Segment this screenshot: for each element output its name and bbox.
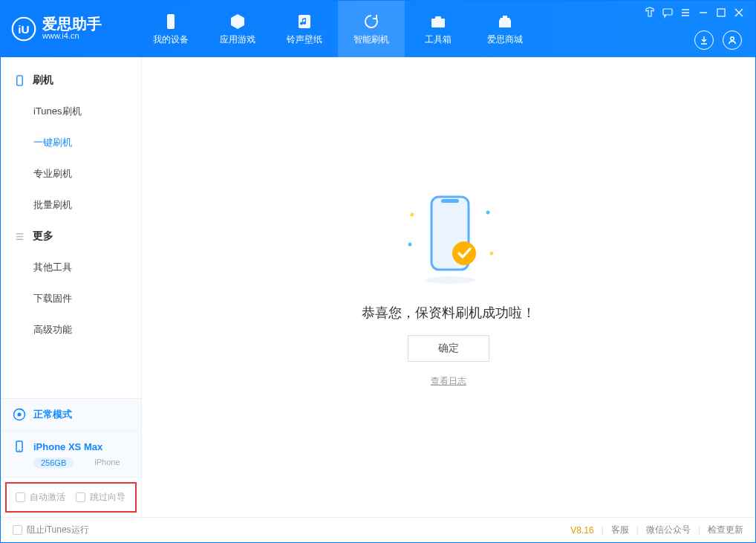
device-name: iPhone XS Max	[33, 441, 102, 452]
logo-icon: iU	[11, 16, 36, 42]
svg-text:iU: iU	[18, 23, 29, 36]
svg-rect-3	[299, 15, 310, 28]
svg-point-13	[19, 449, 20, 451]
activation-options: 自动激活 跳过向导	[5, 482, 137, 513]
device-type: iPhone	[94, 458, 120, 466]
svg-point-17	[490, 252, 494, 256]
block-itunes-checkbox[interactable]: 阻止iTunes运行	[13, 524, 89, 536]
view-log-link[interactable]: 查看日志	[431, 375, 466, 388]
svg-rect-7	[717, 9, 725, 16]
sidebar-group-flash: 刷机	[1, 65, 141, 96]
sidebar-item-other-tools[interactable]: 其他工具	[1, 252, 141, 283]
device-card[interactable]: iPhone XS Max 256GB iPhone	[1, 431, 141, 478]
sidebar-item-batch-flash[interactable]: 批量刷机	[1, 189, 141, 221]
footer-link-update[interactable]: 检查更新	[708, 524, 743, 536]
auto-activate-checkbox[interactable]: 自动激活	[16, 491, 65, 504]
nav-tab-store[interactable]: 爱思商城	[472, 1, 538, 57]
refresh-icon	[362, 13, 380, 30]
close-icon[interactable]	[733, 7, 745, 19]
phone-icon	[162, 13, 180, 30]
svg-rect-5	[435, 16, 441, 19]
sidebar-item-oneclick-flash[interactable]: 一键刷机	[1, 127, 141, 158]
success-illustration	[389, 186, 508, 290]
svg-rect-19	[441, 199, 459, 203]
svg-marker-15	[486, 210, 490, 215]
skin-icon[interactable]	[644, 7, 656, 19]
download-button[interactable]	[694, 30, 714, 50]
svg-rect-4	[431, 19, 445, 27]
account-button[interactable]	[723, 30, 742, 50]
nav-tab-flash[interactable]: 智能刷机	[338, 1, 405, 57]
mode-card[interactable]: 正常模式	[1, 399, 141, 431]
music-icon	[296, 13, 313, 30]
svg-rect-9	[17, 75, 23, 85]
device-storage: 256GB	[33, 458, 74, 468]
mode-icon	[13, 408, 26, 421]
device-icon	[13, 440, 26, 453]
svg-rect-2	[167, 14, 175, 29]
skip-guide-checkbox[interactable]: 跳过向导	[76, 491, 126, 504]
app-body: 刷机 iTunes刷机 一键刷机 专业刷机 批量刷机 更多 其他工具 下载固件 …	[1, 57, 755, 517]
window-controls	[644, 7, 745, 19]
svg-point-20	[452, 241, 476, 265]
mode-label: 正常模式	[33, 408, 72, 421]
footer-link-wechat[interactable]: 微信公众号	[646, 524, 691, 536]
sidebar-group-more: 更多	[1, 221, 141, 252]
app-header: iU 爱思助手 www.i4.cn 我的设备 应用游戏 铃声壁纸 智能刷机 工具…	[1, 1, 755, 57]
nav-tab-toolbox[interactable]: 工具箱	[405, 1, 472, 57]
menu-icon[interactable]	[680, 7, 691, 19]
store-icon	[496, 13, 514, 30]
list-icon	[14, 231, 25, 242]
checkbox-icon	[76, 492, 85, 502]
toolbox-icon	[429, 13, 447, 30]
success-message: 恭喜您，保资料刷机成功啦！	[362, 304, 535, 322]
app-url: www.i4.cn	[42, 31, 102, 41]
app-logo: iU 爱思助手 www.i4.cn	[11, 16, 137, 42]
sidebar-item-advanced[interactable]: 高级功能	[1, 314, 141, 345]
nav-tabs: 我的设备 应用游戏 铃声壁纸 智能刷机 工具箱 爱思商城	[137, 1, 538, 57]
footer-link-support[interactable]: 客服	[611, 524, 629, 536]
confirm-button[interactable]: 确定	[408, 335, 489, 362]
sidebar-item-itunes-flash[interactable]: iTunes刷机	[1, 96, 141, 127]
app-name: 爱思助手	[42, 16, 102, 31]
sidebar-nav: 刷机 iTunes刷机 一键刷机 专业刷机 批量刷机 更多 其他工具 下载固件 …	[1, 57, 141, 398]
nav-tab-device[interactable]: 我的设备	[137, 1, 204, 57]
main-content: 恭喜您，保资料刷机成功啦！ 确定 查看日志	[142, 57, 755, 517]
sidebar: 刷机 iTunes刷机 一键刷机 专业刷机 批量刷机 更多 其他工具 下载固件 …	[1, 57, 142, 517]
svg-point-21	[425, 276, 475, 284]
download-icon	[699, 35, 709, 45]
maximize-icon[interactable]	[715, 7, 727, 19]
svg-point-8	[731, 37, 734, 41]
status-bar: 阻止iTunes运行 V8.16 | 客服 | 微信公众号 | 检查更新	[1, 517, 755, 542]
user-icon	[727, 35, 737, 45]
sidebar-item-download-firmware[interactable]: 下载固件	[1, 283, 141, 314]
footer-right: V8.16 | 客服 | 微信公众号 | 检查更新	[570, 524, 743, 536]
minimize-icon[interactable]	[697, 7, 709, 19]
svg-rect-6	[663, 9, 672, 15]
cube-icon	[229, 13, 247, 30]
svg-point-16	[408, 243, 412, 247]
svg-point-11	[18, 413, 22, 417]
version-label: V8.16	[570, 525, 593, 536]
svg-marker-14	[410, 212, 414, 217]
nav-tab-apps[interactable]: 应用游戏	[204, 1, 271, 57]
header-actions	[694, 30, 742, 50]
phone-outline-icon	[14, 75, 25, 86]
sidebar-bottom: 正常模式 iPhone XS Max 256GB iPhone 自动激活 跳过向…	[1, 398, 141, 517]
feedback-icon[interactable]	[662, 7, 674, 19]
checkbox-icon	[16, 492, 25, 502]
sidebar-item-pro-flash[interactable]: 专业刷机	[1, 158, 141, 189]
nav-tab-ringtones[interactable]: 铃声壁纸	[271, 1, 338, 57]
checkbox-icon	[13, 525, 22, 535]
